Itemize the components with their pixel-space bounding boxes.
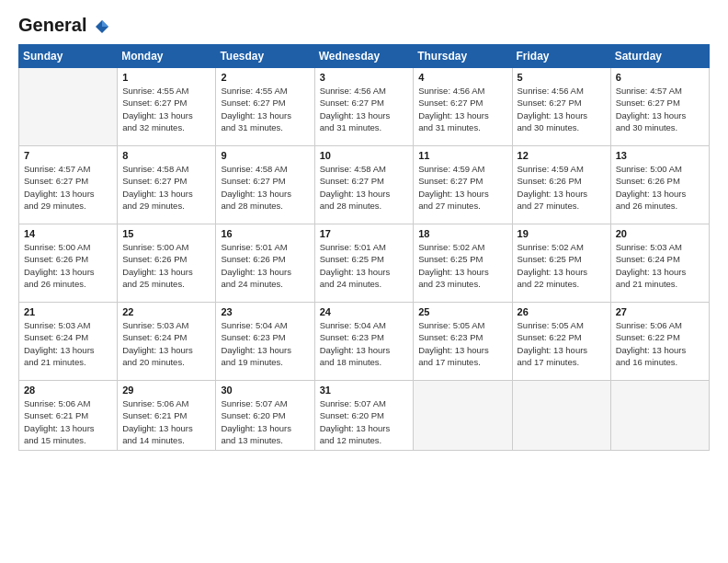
day-info: Sunrise: 4:58 AM Sunset: 6:27 PM Dayligh… xyxy=(221,163,309,212)
day-info: Sunrise: 4:59 AM Sunset: 6:27 PM Dayligh… xyxy=(418,163,506,212)
calendar-cell: 26Sunrise: 5:05 AM Sunset: 6:22 PM Dayli… xyxy=(512,303,610,381)
calendar-cell: 14Sunrise: 5:00 AM Sunset: 6:26 PM Dayli… xyxy=(19,224,118,303)
day-number: 15 xyxy=(122,228,210,239)
calendar-cell xyxy=(610,381,709,451)
day-number: 27 xyxy=(616,306,704,317)
calendar-cell: 13Sunrise: 5:00 AM Sunset: 6:26 PM Dayli… xyxy=(610,146,709,224)
day-info: Sunrise: 4:56 AM Sunset: 6:27 PM Dayligh… xyxy=(418,85,506,133)
day-info: Sunrise: 5:06 AM Sunset: 6:22 PM Dayligh… xyxy=(616,319,704,368)
day-number: 16 xyxy=(221,228,309,239)
day-info: Sunrise: 5:01 AM Sunset: 6:26 PM Dayligh… xyxy=(221,241,309,290)
day-info: Sunrise: 5:03 AM Sunset: 6:24 PM Dayligh… xyxy=(122,319,210,368)
calendar-cell: 20Sunrise: 5:03 AM Sunset: 6:24 PM Dayli… xyxy=(610,224,709,303)
day-number: 2 xyxy=(221,72,309,83)
day-info: Sunrise: 4:56 AM Sunset: 6:27 PM Dayligh… xyxy=(320,85,409,133)
day-info: Sunrise: 5:04 AM Sunset: 6:23 PM Dayligh… xyxy=(320,319,409,368)
calendar-cell: 24Sunrise: 5:04 AM Sunset: 6:23 PM Dayli… xyxy=(314,303,414,381)
day-number: 25 xyxy=(418,306,506,317)
calendar-cell: 6Sunrise: 4:57 AM Sunset: 6:27 PM Daylig… xyxy=(610,68,709,146)
day-number: 9 xyxy=(221,150,309,161)
calendar-cell: 16Sunrise: 5:01 AM Sunset: 6:26 PM Dayli… xyxy=(216,224,314,303)
header-day: Friday xyxy=(512,45,610,68)
calendar-cell: 12Sunrise: 4:59 AM Sunset: 6:26 PM Dayli… xyxy=(512,146,610,224)
logo: General xyxy=(18,15,110,35)
day-number: 22 xyxy=(122,306,210,317)
day-number: 23 xyxy=(221,306,309,317)
day-number: 17 xyxy=(320,228,409,239)
day-info: Sunrise: 4:55 AM Sunset: 6:27 PM Dayligh… xyxy=(221,85,309,133)
calendar-week: 14Sunrise: 5:00 AM Sunset: 6:26 PM Dayli… xyxy=(19,224,710,303)
day-number: 30 xyxy=(221,385,309,396)
calendar-cell: 22Sunrise: 5:03 AM Sunset: 6:24 PM Dayli… xyxy=(118,303,216,381)
calendar-cell: 28Sunrise: 5:06 AM Sunset: 6:21 PM Dayli… xyxy=(19,381,118,451)
day-number: 24 xyxy=(320,306,409,317)
day-number: 28 xyxy=(24,385,112,396)
day-info: Sunrise: 4:55 AM Sunset: 6:27 PM Dayligh… xyxy=(122,85,210,133)
calendar-week: 7Sunrise: 4:57 AM Sunset: 6:27 PM Daylig… xyxy=(19,146,710,224)
day-number: 1 xyxy=(122,72,210,83)
calendar-cell: 27Sunrise: 5:06 AM Sunset: 6:22 PM Dayli… xyxy=(610,303,709,381)
header-day: Sunday xyxy=(19,45,118,68)
calendar-body: 1Sunrise: 4:55 AM Sunset: 6:27 PM Daylig… xyxy=(19,68,710,451)
day-info: Sunrise: 5:00 AM Sunset: 6:26 PM Dayligh… xyxy=(122,241,210,290)
day-number: 29 xyxy=(122,385,210,396)
day-info: Sunrise: 5:05 AM Sunset: 6:22 PM Dayligh… xyxy=(518,319,606,368)
day-number: 6 xyxy=(616,72,704,83)
day-info: Sunrise: 5:05 AM Sunset: 6:23 PM Dayligh… xyxy=(418,319,506,368)
calendar-cell xyxy=(512,381,610,451)
header-day: Saturday xyxy=(610,45,709,68)
calendar-cell: 31Sunrise: 5:07 AM Sunset: 6:20 PM Dayli… xyxy=(314,381,414,451)
header-day: Tuesday xyxy=(216,45,314,68)
calendar-cell: 5Sunrise: 4:56 AM Sunset: 6:27 PM Daylig… xyxy=(512,68,610,146)
day-number: 26 xyxy=(518,306,606,317)
calendar-cell: 19Sunrise: 5:02 AM Sunset: 6:25 PM Dayli… xyxy=(512,224,610,303)
calendar-week: 1Sunrise: 4:55 AM Sunset: 6:27 PM Daylig… xyxy=(19,68,710,146)
calendar-cell: 8Sunrise: 4:58 AM Sunset: 6:27 PM Daylig… xyxy=(118,146,216,224)
calendar-cell: 9Sunrise: 4:58 AM Sunset: 6:27 PM Daylig… xyxy=(216,146,314,224)
calendar-cell: 7Sunrise: 4:57 AM Sunset: 6:27 PM Daylig… xyxy=(19,146,118,224)
day-info: Sunrise: 5:04 AM Sunset: 6:23 PM Dayligh… xyxy=(221,319,309,368)
day-info: Sunrise: 4:58 AM Sunset: 6:27 PM Dayligh… xyxy=(320,163,409,212)
day-number: 7 xyxy=(24,150,112,161)
day-number: 4 xyxy=(418,72,506,83)
day-info: Sunrise: 5:00 AM Sunset: 6:26 PM Dayligh… xyxy=(24,241,112,290)
header-row: SundayMondayTuesdayWednesdayThursdayFrid… xyxy=(19,45,710,68)
calendar-cell: 2Sunrise: 4:55 AM Sunset: 6:27 PM Daylig… xyxy=(216,68,314,146)
day-number: 13 xyxy=(616,150,704,161)
day-info: Sunrise: 5:06 AM Sunset: 6:21 PM Dayligh… xyxy=(24,397,112,446)
day-number: 12 xyxy=(518,150,606,161)
calendar-cell: 18Sunrise: 5:02 AM Sunset: 6:25 PM Dayli… xyxy=(414,224,512,303)
day-info: Sunrise: 5:07 AM Sunset: 6:20 PM Dayligh… xyxy=(320,397,409,446)
calendar-cell: 15Sunrise: 5:00 AM Sunset: 6:26 PM Dayli… xyxy=(118,224,216,303)
svg-marker-1 xyxy=(102,20,108,27)
day-info: Sunrise: 4:56 AM Sunset: 6:27 PM Dayligh… xyxy=(518,85,606,133)
day-info: Sunrise: 5:02 AM Sunset: 6:25 PM Dayligh… xyxy=(418,241,506,290)
day-number: 10 xyxy=(320,150,409,161)
day-info: Sunrise: 5:01 AM Sunset: 6:25 PM Dayligh… xyxy=(320,241,409,290)
header-day: Monday xyxy=(118,45,216,68)
calendar-cell: 10Sunrise: 4:58 AM Sunset: 6:27 PM Dayli… xyxy=(314,146,414,224)
logo-icon xyxy=(94,18,110,35)
day-number: 21 xyxy=(24,306,112,317)
header-day: Wednesday xyxy=(314,45,414,68)
day-number: 11 xyxy=(418,150,506,161)
day-info: Sunrise: 5:02 AM Sunset: 6:25 PM Dayligh… xyxy=(518,241,606,290)
calendar-cell xyxy=(19,68,118,146)
calendar-cell: 23Sunrise: 5:04 AM Sunset: 6:23 PM Dayli… xyxy=(216,303,314,381)
calendar-cell xyxy=(414,381,512,451)
calendar-cell: 17Sunrise: 5:01 AM Sunset: 6:25 PM Dayli… xyxy=(314,224,414,303)
calendar-cell: 11Sunrise: 4:59 AM Sunset: 6:27 PM Dayli… xyxy=(414,146,512,224)
day-info: Sunrise: 5:03 AM Sunset: 6:24 PM Dayligh… xyxy=(616,241,704,290)
day-number: 5 xyxy=(518,72,606,83)
calendar-table: SundayMondayTuesdayWednesdayThursdayFrid… xyxy=(18,44,710,451)
calendar-week: 21Sunrise: 5:03 AM Sunset: 6:24 PM Dayli… xyxy=(19,303,710,381)
day-number: 20 xyxy=(616,228,704,239)
day-info: Sunrise: 4:58 AM Sunset: 6:27 PM Dayligh… xyxy=(122,163,210,212)
calendar-cell: 30Sunrise: 5:07 AM Sunset: 6:20 PM Dayli… xyxy=(216,381,314,451)
calendar-week: 28Sunrise: 5:06 AM Sunset: 6:21 PM Dayli… xyxy=(19,381,710,451)
calendar-cell: 1Sunrise: 4:55 AM Sunset: 6:27 PM Daylig… xyxy=(118,68,216,146)
calendar-cell: 4Sunrise: 4:56 AM Sunset: 6:27 PM Daylig… xyxy=(414,68,512,146)
day-number: 8 xyxy=(122,150,210,161)
header: General xyxy=(18,15,710,35)
logo-general: General xyxy=(18,15,110,35)
